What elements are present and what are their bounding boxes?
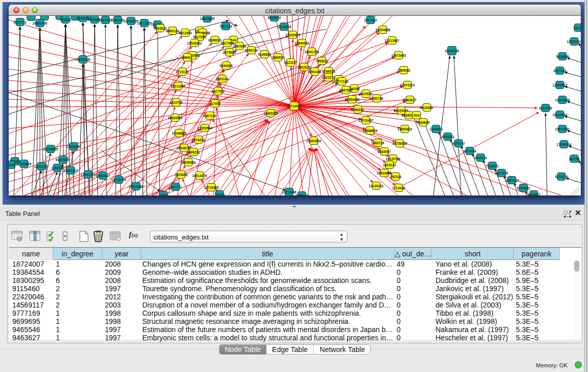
svg-text:8454749: 8454749 bbox=[245, 49, 258, 52]
svg-text:12444196: 12444196 bbox=[555, 98, 570, 102]
svg-text:17957225: 17957225 bbox=[81, 173, 96, 177]
svg-text:12156829: 12156829 bbox=[17, 162, 32, 166]
svg-text:12505115: 12505115 bbox=[63, 169, 78, 172]
svg-text:16914479: 16914479 bbox=[192, 174, 207, 178]
svg-text:3024554: 3024554 bbox=[359, 92, 373, 96]
svg-text:252214: 252214 bbox=[390, 175, 401, 179]
svg-text:20691406: 20691406 bbox=[33, 21, 48, 25]
svg-text:12213362: 12213362 bbox=[171, 84, 186, 88]
svg-text:6679197: 6679197 bbox=[452, 142, 465, 145]
svg-text:93975857: 93975857 bbox=[56, 158, 71, 162]
svg-text:18300295: 18300295 bbox=[264, 112, 278, 115]
svg-text:9327508: 9327508 bbox=[221, 41, 234, 45]
svg-text:20364436: 20364436 bbox=[345, 98, 360, 101]
svg-text:9329966: 9329966 bbox=[556, 55, 569, 58]
svg-text:2803144: 2803144 bbox=[215, 77, 229, 81]
svg-text:20206555: 20206555 bbox=[43, 147, 58, 151]
svg-text:9245652: 9245652 bbox=[517, 186, 530, 190]
svg-text:9445962: 9445962 bbox=[527, 193, 540, 196]
svg-text:3875685: 3875685 bbox=[223, 51, 236, 54]
svg-text:5375316: 5375316 bbox=[555, 175, 568, 179]
svg-text:6466160: 6466160 bbox=[111, 18, 124, 22]
svg-text:9857771: 9857771 bbox=[169, 185, 182, 189]
svg-text:2967608: 2967608 bbox=[233, 45, 246, 48]
svg-text:18724007: 18724007 bbox=[287, 104, 302, 108]
svg-text:9227343: 9227343 bbox=[553, 69, 567, 73]
svg-text:9327505: 9327505 bbox=[193, 35, 206, 39]
svg-text:16099483: 16099483 bbox=[181, 161, 196, 164]
svg-text:9115460: 9115460 bbox=[421, 106, 433, 110]
svg-text:7625402: 7625402 bbox=[175, 173, 188, 177]
svg-text:8186323: 8186323 bbox=[208, 38, 222, 42]
svg-text:17975115: 17975115 bbox=[400, 83, 415, 87]
svg-text:5678332: 5678332 bbox=[192, 138, 205, 142]
svg-text:11325419: 11325419 bbox=[286, 33, 300, 37]
svg-text:1621072: 1621072 bbox=[322, 76, 335, 79]
svg-text:16210643: 16210643 bbox=[553, 113, 568, 117]
svg-text:11353594: 11353594 bbox=[198, 126, 212, 130]
svg-text:8813014: 8813014 bbox=[268, 16, 281, 19]
svg-text:8215958: 8215958 bbox=[539, 106, 552, 110]
svg-text:16120746: 16120746 bbox=[386, 157, 401, 161]
svg-text:12342757: 12342757 bbox=[34, 165, 49, 168]
svg-text:10688609: 10688609 bbox=[363, 129, 378, 133]
svg-text:19524851: 19524851 bbox=[377, 171, 392, 175]
svg-text:10958117: 10958117 bbox=[96, 174, 111, 178]
svg-text:9463627: 9463627 bbox=[403, 98, 417, 102]
svg-text:7857224: 7857224 bbox=[219, 25, 232, 28]
svg-text:12923446: 12923446 bbox=[129, 185, 144, 188]
svg-text:8938923: 8938923 bbox=[441, 135, 454, 139]
svg-text:98961: 98961 bbox=[183, 56, 192, 59]
svg-text:7632621: 7632621 bbox=[486, 164, 499, 168]
svg-text:1610755: 1610755 bbox=[169, 101, 183, 104]
svg-text:9146821: 9146821 bbox=[258, 53, 271, 56]
svg-text:16961758: 16961758 bbox=[304, 50, 319, 54]
svg-text:8990448: 8990448 bbox=[308, 70, 321, 74]
svg-text:14136141: 14136141 bbox=[369, 184, 384, 188]
svg-text:15720407: 15720407 bbox=[359, 119, 374, 122]
svg-text:3267130: 3267130 bbox=[203, 114, 216, 118]
svg-text:2718176: 2718176 bbox=[176, 70, 189, 74]
svg-text:1080748: 1080748 bbox=[370, 97, 383, 100]
svg-text:15751074: 15751074 bbox=[567, 40, 581, 43]
svg-text:19218506: 19218506 bbox=[277, 25, 292, 29]
svg-text:1362615: 1362615 bbox=[297, 65, 311, 69]
svg-text:10719155: 10719155 bbox=[124, 19, 139, 23]
svg-text:6497505: 6497505 bbox=[339, 89, 353, 92]
svg-text:8427552: 8427552 bbox=[211, 90, 225, 93]
svg-text:1527602: 1527602 bbox=[99, 18, 112, 22]
svg-text:9242848: 9242848 bbox=[220, 64, 233, 68]
svg-text:9474444: 9474444 bbox=[463, 149, 476, 153]
svg-text:16756928: 16756928 bbox=[393, 142, 407, 145]
svg-text:29053346: 29053346 bbox=[76, 58, 91, 61]
svg-text:7485063: 7485063 bbox=[397, 69, 410, 72]
svg-text:16154838: 16154838 bbox=[376, 28, 390, 32]
svg-text:604: 604 bbox=[414, 114, 420, 117]
svg-text:1588520: 1588520 bbox=[271, 56, 285, 59]
svg-text:6322037: 6322037 bbox=[284, 61, 297, 64]
svg-text:1880729: 1880729 bbox=[371, 141, 384, 145]
svg-text:11124: 11124 bbox=[574, 26, 581, 30]
svg-text:116753: 116753 bbox=[569, 157, 580, 161]
svg-text:16648784: 16648784 bbox=[445, 49, 460, 53]
svg-text:10654112: 10654112 bbox=[505, 179, 519, 182]
svg-text:10671355: 10671355 bbox=[137, 21, 152, 25]
svg-text:1640954: 1640954 bbox=[429, 127, 443, 131]
svg-text:16782759: 16782759 bbox=[112, 178, 126, 182]
svg-text:103831: 103831 bbox=[60, 18, 71, 21]
svg-text:8660124: 8660124 bbox=[166, 29, 179, 33]
svg-text:9699695: 9699695 bbox=[417, 121, 430, 124]
svg-text:7663822: 7663822 bbox=[154, 27, 167, 30]
svg-text:2037682: 2037682 bbox=[364, 18, 377, 22]
svg-text:1154519: 1154519 bbox=[51, 166, 64, 170]
svg-text:13654923: 13654923 bbox=[398, 127, 412, 131]
svg-text:12213967: 12213967 bbox=[385, 39, 400, 42]
svg-text:13716485: 13716485 bbox=[204, 186, 219, 189]
svg-text:9325417: 9325417 bbox=[295, 194, 309, 196]
svg-text:19384554: 19384554 bbox=[307, 139, 321, 143]
svg-text:18640910: 18640910 bbox=[295, 41, 310, 45]
svg-text:9777169: 9777169 bbox=[335, 80, 349, 83]
svg-text:19654985: 19654985 bbox=[168, 116, 183, 120]
svg-text:17016504: 17016504 bbox=[557, 143, 572, 146]
svg-text:8471676: 8471676 bbox=[495, 171, 508, 175]
